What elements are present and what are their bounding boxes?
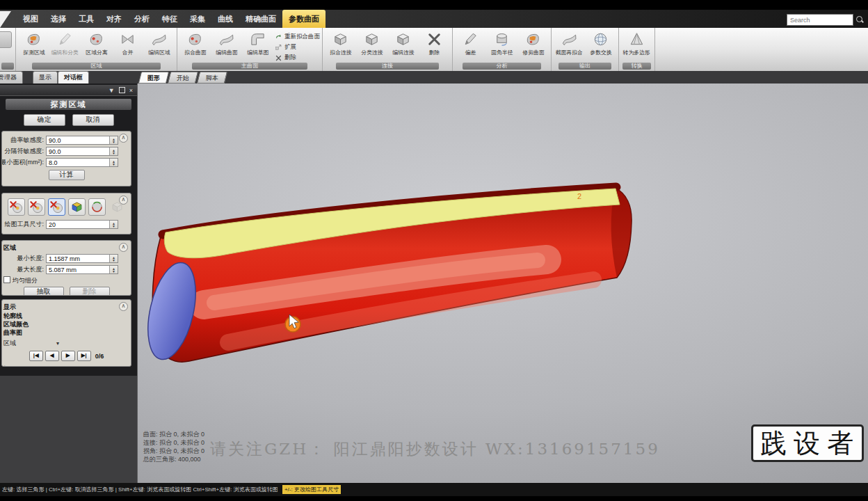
separate-region-button[interactable]: 区域分离	[81, 30, 112, 56]
spinner-arrows-icon[interactable]: ▲▼	[109, 221, 118, 228]
spinner-arrows-icon[interactable]: ▲▼	[109, 148, 118, 155]
edit-connections-button[interactable]: 编辑连接	[387, 30, 419, 56]
refit-icon	[275, 33, 282, 41]
paint-tool-size-input[interactable]: 20 ▲▼	[46, 220, 118, 229]
edit-sketch-button[interactable]: 编辑草图	[242, 30, 273, 56]
erase-region-tool-icon[interactable]	[8, 198, 25, 216]
merge-button[interactable]: 合并	[112, 30, 143, 56]
sensitivity-group: ∧ 曲率敏感度: 90.0 ▲▼ 分隔符敏感度: 90.0 ▲▼ 最小面积(mm…	[1, 131, 131, 186]
display-header: 显示	[1, 303, 131, 312]
separator-sensitivity-input[interactable]: 90.0 ▲▼	[46, 147, 118, 156]
spinner-arrows-icon[interactable]: ▲▼	[109, 266, 118, 273]
deviation-icon	[462, 31, 479, 48]
viewport-tab-script[interactable]: 脚本	[197, 72, 227, 84]
nav-first-button[interactable]: |◀	[29, 351, 43, 361]
edit-connections-icon	[394, 31, 412, 48]
spinner-arrows-icon[interactable]: ▲▼	[109, 159, 118, 166]
viewport-3d[interactable]: 2 曲面: 拟合 0, 未拟合 0 连接: 拟合 0, 未拟合 0 拐角: 拟合…	[137, 84, 868, 483]
spinner-arrows-icon[interactable]: ▲▼	[109, 136, 118, 144]
menu-tab-view[interactable]: 视图	[17, 10, 45, 28]
nav-next-button[interactable]: ▶	[61, 351, 75, 361]
panel-tab-display[interactable]: 显示	[33, 71, 58, 84]
menu-bar: 视图 选择 工具 对齐 分析 特征 采集 曲线 精确曲面 参数曲面	[0, 10, 868, 28]
menu-tab-parametric-surfaces[interactable]: 参数曲面	[282, 10, 326, 28]
convert-to-polygons-button[interactable]: 转为多边形	[621, 30, 652, 56]
panel-close-icon[interactable]: ×	[129, 87, 133, 94]
clear-region-tool-icon[interactable]	[28, 198, 45, 216]
classify-connections-button[interactable]: 分类连接	[356, 30, 387, 56]
menu-tab-select[interactable]: 选择	[45, 10, 72, 28]
merge-icon	[119, 31, 136, 48]
clip-plane-label[interactable]: 切平面	[1, 365, 131, 367]
panel-dropdown-icon[interactable]: ▼	[108, 87, 115, 94]
panel-pin-icon[interactable]	[119, 87, 125, 93]
extend-button[interactable]: 扩展	[275, 43, 320, 51]
remove-button-disabled[interactable]: 删除	[70, 287, 110, 296]
display-option-curvature-map[interactable]: 曲率图	[1, 329, 131, 337]
menu-tab-curves[interactable]: 曲线	[211, 10, 239, 28]
max-length-input[interactable]: 5.087 mm ▲▼	[46, 265, 118, 274]
search-input[interactable]	[787, 14, 853, 26]
ok-button[interactable]: 确定	[24, 114, 65, 126]
delete-surface-button[interactable]: 删除	[275, 54, 320, 62]
menu-tab-capture[interactable]: 采集	[184, 10, 211, 28]
stat-corners: 拐角: 拟合 0, 未拟合 0	[143, 447, 204, 455]
menu-tab-tools[interactable]: 工具	[72, 10, 100, 28]
section-refit-button[interactable]: 截面再拟合	[554, 30, 585, 56]
fit-connections-button[interactable]: 拟合连接	[325, 30, 356, 56]
disabled-cube-tool-icon	[108, 198, 126, 216]
display-option-region-colors[interactable]: 区域颜色	[1, 321, 131, 328]
cancel-button[interactable]: 取消	[72, 114, 114, 126]
fillet-radius-button[interactable]: 圆角半径	[486, 30, 517, 56]
parametric-exchange-button[interactable]: 参数交换	[585, 30, 616, 56]
sphere-brush-tool-icon[interactable]	[88, 198, 106, 216]
nav-last-button[interactable]: ▶|	[77, 351, 91, 361]
curvature-sensitivity-input[interactable]: 90.0 ▲▼	[46, 136, 118, 145]
panel-tab-manager[interactable]: 管理器	[0, 71, 23, 84]
search-icon[interactable]	[856, 16, 864, 24]
fit-surfaces-icon	[186, 31, 204, 48]
uniform-subdivide-option[interactable]: 均匀细分	[1, 276, 131, 285]
menu-tab-exact-surfaces[interactable]: 精确曲面	[239, 10, 282, 28]
menu-tab-analysis[interactable]: 分析	[128, 10, 156, 28]
min-area-input[interactable]: 8.0 ▲▼	[46, 158, 118, 167]
panel-tabs: 管理器 显示 对话框	[0, 71, 89, 84]
trim-surface-button[interactable]: 修剪曲面	[517, 30, 549, 56]
viewport-tab-start[interactable]: 开始	[168, 72, 198, 84]
nav-prev-button[interactable]: ◀	[45, 351, 59, 361]
edit-surfaces-button[interactable]: 编辑曲面	[211, 30, 242, 56]
ribbon-group-analysis: 偏差 圆角半径 修剪曲面 分析	[453, 28, 552, 71]
fit-surfaces-button[interactable]: 拟合曲面	[179, 30, 211, 56]
edit-regions-button[interactable]: 编辑区域	[143, 30, 175, 56]
ribbon-group-clipped	[0, 28, 16, 71]
panel-tab-dialog[interactable]: 对话框	[58, 71, 89, 84]
edit-classify-button[interactable]: 编辑和分类	[49, 30, 81, 56]
collapse-chevron-icon[interactable]: ∧	[119, 302, 128, 311]
edit-regions-icon	[150, 31, 168, 48]
subdivide-header: 区域	[1, 244, 131, 253]
delete-icon	[275, 54, 282, 62]
deviation-button[interactable]: 偏差	[455, 30, 486, 56]
spinner-arrows-icon[interactable]: ▲▼	[109, 255, 118, 262]
detect-regions-button[interactable]: 探测区域	[18, 30, 49, 56]
extract-button[interactable]: 抽取	[24, 287, 64, 296]
min-length-input[interactable]: 1.1587 mm ▲▼	[46, 254, 118, 263]
dialog-title: 探测区域	[6, 99, 131, 110]
paint-region-tool-icon[interactable]	[48, 198, 65, 216]
color-cube-tool-icon[interactable]	[68, 198, 86, 216]
menu-tab-features[interactable]: 特征	[156, 10, 184, 28]
delete-connection-button[interactable]: 删除	[419, 30, 450, 56]
viewport-tab-graphics[interactable]: 图形	[138, 72, 169, 84]
stat-surfaces: 曲面: 拟合 0, 未拟合 0	[143, 430, 204, 438]
compute-button[interactable]: 计算	[49, 170, 85, 180]
collapse-chevron-icon[interactable]: ∧	[119, 243, 128, 252]
checkbox-icon[interactable]	[3, 276, 10, 283]
section-refit-icon	[561, 31, 578, 48]
menu-tab-align[interactable]: 对齐	[100, 10, 128, 28]
display-option-contours[interactable]: 轮廓线	[1, 312, 131, 320]
collapse-chevron-icon[interactable]: ∧	[119, 134, 128, 143]
roam-select[interactable]: 区域 ▾	[1, 339, 131, 348]
refit-surfaces-button[interactable]: 重新拟合曲面	[275, 33, 320, 41]
watermark-text: 请关注GZH： 阳江鼎阳抄数设计 WX:13169157159	[210, 438, 660, 460]
model-body[interactable]	[140, 187, 632, 364]
